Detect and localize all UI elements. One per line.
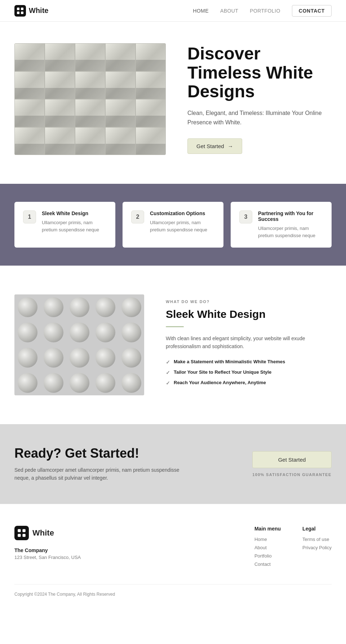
footer-company-name: The Company [14, 547, 233, 553]
feature-desc-3: Ullamcorper primis, nam pretium suspendi… [258, 225, 323, 239]
hero-cta-button[interactable]: Get Started → [187, 138, 242, 154]
feature-title-2: Customization Options [150, 210, 215, 216]
feature-card-2: 2 Customization Options Ullamcorper prim… [123, 202, 223, 248]
checklist-item-2: ✓ Tailor Your Site to Reflect Your Uniqu… [166, 369, 332, 376]
check-icon-1: ✓ [166, 359, 170, 365]
navbar: White HOME ABOUT PORTFOLIO CONTACT [0, 0, 346, 22]
svg-rect-5 [22, 529, 25, 532]
hero-section: Discover Timeless White Designs Clean, E… [0, 22, 346, 184]
checklist-item-3: ✓ Reach Your Audience Anywhere, Anytime [166, 380, 332, 386]
cta-text: Ready? Get Started! Sed pede ullamcorper… [14, 446, 231, 482]
feature-text-2: Customization Options Ullamcorper primis… [150, 210, 215, 233]
footer-brand: White The Company 123 Street, San Franci… [14, 526, 233, 570]
footer-link-about[interactable]: About [254, 545, 281, 550]
footer-bottom: Copyright ©2024 The Company, All Rights … [14, 584, 332, 604]
feature-card-1: 1 Sleek White Design Ullamcorper primis,… [14, 202, 115, 248]
features-section: 1 Sleek White Design Ullamcorper primis,… [0, 184, 346, 266]
cta-guarantee: 100% SATISFACTION GUARANTEE [252, 472, 331, 477]
cta-right: Get Started 100% SATISFACTION GUARANTEE [252, 451, 332, 477]
brand-logo[interactable]: White [14, 5, 48, 17]
footer-link-contact[interactable]: Contact [254, 561, 281, 567]
feature-number-1: 1 [23, 210, 36, 223]
nav-links: HOME ABOUT PORTFOLIO CONTACT [193, 5, 332, 17]
footer-link-home[interactable]: Home [254, 537, 281, 542]
about-section: WHAT DO WE DO? Sleek White Design With c… [0, 266, 346, 424]
feature-text-3: Partnering with You for Success Ullamcor… [258, 210, 323, 239]
check-icon-2: ✓ [166, 370, 170, 376]
svg-rect-6 [18, 534, 21, 537]
about-checklist: ✓ Make a Statement with Minimalistic Whi… [166, 359, 332, 386]
about-title: Sleek White Design [166, 308, 332, 320]
svg-rect-3 [21, 12, 23, 14]
feature-number-3: 3 [239, 210, 252, 223]
feature-desc-2: Ullamcorper primis, nam pretium suspendi… [150, 219, 215, 233]
cta-button[interactable]: Get Started [252, 451, 332, 468]
nav-about[interactable]: ABOUT [220, 8, 238, 14]
svg-rect-7 [22, 534, 25, 537]
footer-logo-text: White [32, 528, 54, 538]
about-content: WHAT DO WE DO? Sleek White Design With c… [166, 299, 332, 391]
features-grid: 1 Sleek White Design Ullamcorper primis,… [14, 202, 332, 248]
footer-logo: White [14, 526, 233, 540]
feature-card-3: 3 Partnering with You for Success Ullamc… [231, 202, 332, 248]
checklist-item-1: ✓ Make a Statement with Minimalistic Whi… [166, 359, 332, 365]
cta-section: Ready? Get Started! Sed pede ullamcorper… [0, 424, 346, 504]
nav-portfolio[interactable]: PORTFOLIO [250, 8, 280, 14]
feature-text-1: Sleek White Design Ullamcorper primis, n… [42, 210, 107, 233]
feature-title-3: Partnering with You for Success [258, 210, 323, 222]
footer: White The Company 123 Street, San Franci… [0, 504, 346, 604]
hero-content: Discover Timeless White Designs Clean, E… [187, 44, 332, 154]
footer-main-menu: Main menu Home About Portfolio Contact [254, 526, 281, 570]
svg-rect-1 [21, 8, 23, 10]
footer-main: White The Company 123 Street, San Franci… [14, 526, 332, 570]
brand-name: White [29, 6, 48, 15]
feature-title-1: Sleek White Design [42, 210, 107, 216]
footer-copyright: Copyright ©2024 The Company, All Rights … [14, 592, 115, 597]
footer-link-terms[interactable]: Terms of use [302, 537, 332, 542]
footer-link-privacy[interactable]: Privacy Policy [302, 545, 332, 550]
svg-rect-2 [17, 12, 19, 14]
footer-legal-menu-title: Legal [302, 526, 332, 532]
nav-home[interactable]: HOME [193, 8, 209, 14]
cta-title: Ready? Get Started! [14, 446, 231, 461]
hero-title: Discover Timeless White Designs [187, 44, 332, 101]
about-image [14, 294, 144, 395]
logo-icon [14, 5, 26, 17]
footer-main-menu-title: Main menu [254, 526, 281, 532]
footer-address: 123 Street, San Francisco, USA [14, 555, 233, 560]
footer-legal-menu: Legal Terms of use Privacy Policy [302, 526, 332, 570]
feature-desc-1: Ullamcorper primis, nam pretium suspendi… [42, 219, 107, 233]
svg-rect-4 [18, 529, 21, 532]
footer-logo-icon [14, 526, 29, 540]
cta-description: Sed pede ullamcorper amet ullamcorper pr… [14, 466, 180, 482]
feature-number-2: 2 [131, 210, 144, 223]
about-divider [166, 326, 184, 327]
check-icon-3: ✓ [166, 380, 170, 386]
footer-link-portfolio[interactable]: Portfolio [254, 553, 281, 559]
nav-contact[interactable]: CONTACT [292, 5, 332, 17]
about-label: WHAT DO WE DO? [166, 299, 332, 304]
hero-subtitle: Clean, Elegant, and Timeless: Illuminate… [187, 108, 332, 127]
hero-image [14, 43, 166, 155]
about-description: With clean lines and elegant simplicity,… [166, 334, 332, 351]
svg-rect-0 [17, 8, 19, 10]
